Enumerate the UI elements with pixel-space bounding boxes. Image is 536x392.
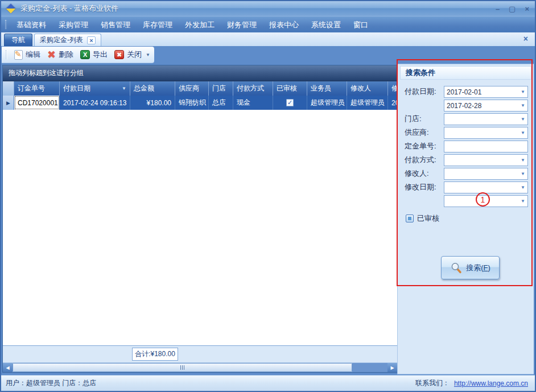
cell-pay-date[interactable]: 2017-02-24 09:16:13 bbox=[60, 96, 130, 110]
store-label: 门店: bbox=[405, 114, 422, 124]
col-approved[interactable]: 已审核 bbox=[273, 81, 307, 96]
delete-button[interactable]: ✖ 删除 bbox=[44, 49, 77, 60]
col-supplier[interactable]: 供应商 bbox=[175, 81, 209, 96]
col-amount[interactable]: 总金额 bbox=[130, 81, 175, 96]
col-modified-date[interactable]: 修 bbox=[388, 81, 397, 96]
field-pay-date-to: ▼ bbox=[405, 98, 528, 112]
website-link[interactable]: http://www.lange.com.cn bbox=[454, 379, 528, 387]
store-dropdown[interactable]: ▼ bbox=[444, 113, 528, 125]
tabbar-close-icon[interactable]: × bbox=[523, 35, 528, 43]
cell-modified-by[interactable]: 超级管理员 bbox=[347, 96, 388, 110]
approved-filter-label: 已审核 bbox=[417, 213, 439, 224]
cell-pay-method[interactable]: 现金 bbox=[233, 96, 273, 110]
chevron-down-icon[interactable]: ▼ bbox=[146, 52, 150, 57]
modified-date-to-input[interactable] bbox=[444, 196, 527, 207]
app-window: 采购定金-列表 - 蓝格布业软件 – ▢ × 基础资料 采购管理 销售管理 库存… bbox=[0, 0, 536, 392]
delete-button-label: 删除 bbox=[59, 49, 73, 60]
cell-supplier[interactable]: 锦翔纺织 bbox=[175, 96, 209, 110]
edit-button[interactable]: 编辑 bbox=[11, 49, 44, 60]
scroll-right-icon[interactable]: ▶ bbox=[387, 363, 397, 372]
toolbar-grip[interactable] bbox=[6, 50, 7, 59]
edit-button-label: 编辑 bbox=[26, 49, 40, 60]
field-deposit-no: 定金单号: bbox=[405, 139, 528, 153]
menu-inventory[interactable]: 库存管理 bbox=[137, 17, 179, 32]
modified-date-label: 修改日期: bbox=[405, 182, 436, 192]
menu-base-data[interactable]: 基础资料 bbox=[10, 17, 52, 32]
scroll-left-icon[interactable]: ◀ bbox=[3, 363, 13, 372]
edit-pencil-icon bbox=[14, 50, 23, 60]
grid-summary-footer: 合计:¥180.00 bbox=[3, 345, 397, 362]
excel-export-icon: X bbox=[80, 50, 90, 59]
pay-date-to-input[interactable] bbox=[444, 100, 527, 111]
cell-salesman[interactable]: 超级管理员 bbox=[307, 96, 347, 110]
search-panel-title: 搜索条件 bbox=[400, 66, 531, 80]
approved-checkbox[interactable]: ✓ bbox=[286, 99, 294, 106]
col-pay-method[interactable]: 付款方式 bbox=[233, 81, 273, 96]
col-pay-date[interactable]: 付款日期 ▼ bbox=[60, 81, 130, 96]
group-by-bar[interactable]: 拖动列标题到这进行分组 bbox=[3, 65, 397, 81]
pay-date-to-dropdown[interactable]: ▼ bbox=[444, 100, 528, 112]
deposit-no-field[interactable] bbox=[444, 141, 528, 152]
close-tab-button[interactable]: ✖ 关闭 ▼ bbox=[111, 49, 154, 60]
supplier-label: 供应商: bbox=[405, 127, 429, 138]
horizontal-scrollbar[interactable]: ◀ ▶ bbox=[3, 362, 397, 372]
pay-method-dropdown[interactable]: ▼ bbox=[444, 154, 528, 166]
modified-date-from-input[interactable] bbox=[444, 182, 527, 193]
minimize-icon[interactable]: – bbox=[496, 5, 500, 13]
row-indicator-header bbox=[3, 81, 14, 96]
menu-reports[interactable]: 报表中心 bbox=[263, 17, 305, 32]
modifier-input[interactable] bbox=[444, 168, 527, 179]
search-button[interactable]: 搜索(F) bbox=[441, 256, 500, 279]
close-icon[interactable]: × bbox=[525, 5, 529, 13]
grid-header-row: 订金单号 付款日期 ▼ 总金额 供应商 门店 付款方式 已审核 业务员 修改人 … bbox=[3, 81, 397, 96]
modified-date-from-dropdown[interactable]: ▼ bbox=[444, 181, 528, 193]
menu-system-settings[interactable]: 系统设置 bbox=[305, 17, 347, 32]
export-button-label: 导出 bbox=[93, 49, 108, 60]
menu-outsourcing[interactable]: 外发加工 bbox=[179, 17, 221, 32]
col-order-no[interactable]: 订金单号 bbox=[14, 81, 60, 96]
menu-purchase[interactable]: 采购管理 bbox=[52, 17, 94, 32]
col-modified-by[interactable]: 修改人 bbox=[347, 81, 388, 96]
tab-navigation[interactable]: 导航 bbox=[4, 34, 32, 46]
search-panel: 搜索条件 付款日期: ▼ ▼ 门店: bbox=[397, 64, 534, 374]
menu-sales[interactable]: 销售管理 bbox=[94, 17, 137, 32]
app-logo-icon bbox=[6, 4, 16, 14]
supplier-dropdown[interactable]: ▼ bbox=[444, 127, 528, 139]
scrollbar-thumb[interactable] bbox=[13, 363, 352, 372]
close-red-icon: ✖ bbox=[114, 50, 124, 59]
store-input[interactable] bbox=[444, 114, 527, 125]
supplier-input[interactable] bbox=[444, 127, 527, 138]
modifier-dropdown[interactable]: ▼ bbox=[444, 168, 528, 180]
pay-date-from-dropdown[interactable]: ▼ bbox=[444, 86, 528, 98]
menu-window[interactable]: 窗口 bbox=[347, 17, 374, 32]
window-controls: – ▢ × bbox=[496, 5, 529, 13]
menubar-grip bbox=[5, 20, 7, 29]
deposit-no-input[interactable] bbox=[444, 141, 527, 152]
sort-desc-icon: ▼ bbox=[122, 86, 126, 91]
window-title: 采购定金-列表 - 蓝格布业软件 bbox=[20, 3, 118, 14]
field-modified-date-to: ▼ bbox=[405, 194, 528, 208]
tab-purchase-deposit-list[interactable]: 采购定金-列表 × bbox=[34, 34, 101, 46]
field-store: 门店: ▼ bbox=[405, 112, 528, 126]
maximize-icon[interactable]: ▢ bbox=[509, 5, 516, 13]
pay-method-input[interactable] bbox=[444, 155, 527, 166]
table-row[interactable]: ▶ CD17020001 2017-02-24 09:16:13 ¥180.00… bbox=[3, 96, 397, 110]
col-salesman[interactable]: 业务员 bbox=[307, 81, 347, 96]
modified-date-to-dropdown[interactable]: ▼ bbox=[444, 195, 528, 207]
menu-finance[interactable]: 财务管理 bbox=[221, 17, 263, 32]
col-pay-date-label: 付款日期 bbox=[63, 84, 90, 93]
cell-order-no[interactable]: CD17020001 bbox=[14, 96, 60, 110]
approved-filter-checkbox[interactable] bbox=[406, 214, 414, 222]
pay-date-from-input[interactable] bbox=[444, 86, 527, 97]
deposit-no-label: 定金单号: bbox=[405, 141, 436, 151]
export-button[interactable]: X 导出 bbox=[77, 49, 111, 60]
tab-close-icon[interactable]: × bbox=[87, 36, 96, 44]
cell-amount[interactable]: ¥180.00 bbox=[130, 96, 175, 110]
cell-approved: ✓ bbox=[273, 96, 307, 110]
cell-modified-date[interactable]: 20 bbox=[388, 96, 397, 110]
col-store[interactable]: 门店 bbox=[209, 81, 233, 96]
cell-store[interactable]: 总店 bbox=[209, 96, 233, 110]
titlebar: 采购定金-列表 - 蓝格布业软件 – ▢ × bbox=[1, 1, 535, 16]
total-summary: 合计:¥180.00 bbox=[132, 348, 178, 361]
scrollbar-track[interactable] bbox=[352, 363, 387, 372]
